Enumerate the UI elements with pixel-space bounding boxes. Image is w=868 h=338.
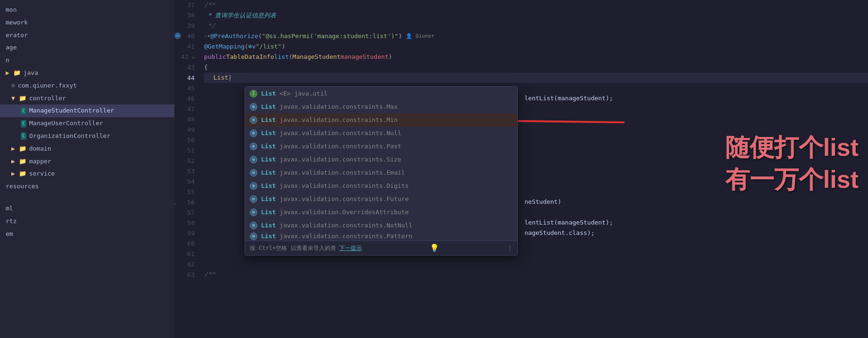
sidebar-item-label: com.qiuner.fxxyt	[18, 81, 77, 91]
sidebar-item-label: resources	[6, 182, 39, 192]
ac-keyword: List	[261, 168, 276, 178]
line-numbers: 37 38 39 40 ⚙ 41 42 ⊕ 43 44 45 46 47 48 …	[174, 0, 200, 338]
class-icon: ⊕	[250, 209, 257, 216]
ac-keyword: List	[261, 194, 276, 204]
sidebar-item-service[interactable]: ▶ 📁 service	[0, 168, 174, 180]
sidebar-item-label: em	[6, 229, 13, 239]
class-icon: ⊕	[250, 103, 257, 111]
sidebar-item-label: OrganizationController	[29, 131, 110, 141]
autocomplete-item-11[interactable]: ⊕ List javax.validation.constraints.Patt…	[245, 232, 517, 241]
sidebar-item-mon[interactable]: mon	[0, 4, 174, 16]
sidebar-item-label: age	[6, 43, 16, 53]
ac-keyword: List	[261, 128, 276, 138]
autocomplete-item-7[interactable]: ⊕ List javax.validation.constraints.Digi…	[245, 179, 517, 193]
chinese-annotation: 随便打个list 有一万个list	[725, 132, 859, 195]
ac-keyword: List	[261, 207, 276, 217]
package-icon: ⊙	[11, 81, 15, 91]
autocomplete-item-2[interactable]: ⊕ List javax.validation.constraints.Min	[245, 113, 517, 127]
class-badge-icon: C	[21, 107, 26, 115]
sidebar-item-manage-student-controller[interactable]: C ManageStudentController	[0, 105, 174, 117]
sidebar-item-label: rtz	[6, 217, 16, 226]
autocomplete-dropdown[interactable]: I List <E> java.util ⊕ List javax.valida…	[245, 86, 518, 256]
sidebar-item-em[interactable]: em	[0, 228, 174, 241]
sidebar-item-label: erator	[6, 31, 28, 40]
sidebar-item-package[interactable]: ⊙ com.qiuner.fxxyt	[0, 80, 174, 92]
autocomplete-item-0[interactable]: I List <E> java.util	[245, 87, 517, 100]
editor-area: 37 38 39 40 ⚙ 41 42 ⊕ 43 44 45 46 47 48 …	[174, 0, 868, 338]
autocomplete-item-9[interactable]: ⊕ List javax.validation.OverridesAttribu…	[245, 206, 517, 219]
code-line-62	[204, 259, 868, 269]
autocomplete-footer: 按 Ctrl+空格 以查看未导入的类 下一提示 💡 ⋮	[245, 241, 517, 255]
sidebar-item-resources[interactable]: resources	[0, 180, 174, 193]
ac-rest: javax.validation.constraints.NotNull	[279, 220, 412, 231]
class-icon: ⊕	[250, 222, 257, 229]
sidebar-item-organization-controller[interactable]: C OrganizationController	[0, 130, 174, 143]
ac-keyword: List	[261, 141, 276, 152]
sidebar-item-controller-folder[interactable]: ▼ 📁 controller	[0, 92, 174, 105]
ac-rest: javax.validation.constraints.Null	[279, 128, 401, 138]
sidebar: mon mework erator age n ▶ 📁 java ⊙ com.q…	[0, 0, 174, 338]
ac-rest: javax.validation.constraints.Future	[279, 194, 409, 204]
class-icon: ⊕	[250, 195, 257, 203]
sidebar-item-java[interactable]: ▶ 📁 java	[0, 67, 174, 80]
sidebar-item-label: service	[29, 169, 55, 179]
sidebar-item-framework[interactable]: mework	[0, 16, 174, 29]
footer-hint: 按 Ctrl+空格 以查看未导入的类 下一提示	[250, 243, 362, 253]
sidebar-item-n[interactable]: n	[0, 54, 174, 67]
ac-keyword: List	[261, 181, 276, 191]
ac-keyword: List	[261, 102, 276, 112]
sidebar-item-rtz[interactable]: rtz	[0, 215, 174, 228]
autocomplete-item-5[interactable]: ⊕ List javax.validation.constraints.Size	[245, 153, 517, 166]
code-line-42: public TableDataInfo list(ManageStudent …	[204, 52, 868, 62]
code-line-41: @GetMapping(⊕v"/list")	[204, 41, 868, 52]
sidebar-item-label: java	[24, 68, 38, 78]
class-icon: ⊕	[250, 182, 257, 190]
code-area[interactable]: /** * 查询学生认证信息列表 */ ☆▾ @PreAuthorize("@s…	[200, 0, 868, 338]
code-line-43: {	[204, 62, 868, 72]
autocomplete-item-8[interactable]: ⊕ List javax.validation.constraints.Futu…	[245, 193, 517, 206]
sidebar-item-label: mapper	[29, 157, 51, 167]
autocomplete-item-6[interactable]: ⊕ List javax.validation.constraints.Emai…	[245, 166, 517, 179]
class-badge-icon: C	[21, 132, 26, 140]
ac-keyword: List	[261, 154, 276, 165]
code-line-63: /**	[204, 269, 868, 280]
ac-keyword: List	[261, 232, 276, 241]
ac-keyword: List	[261, 115, 276, 125]
interface-icon: I	[250, 90, 257, 97]
autocomplete-item-3[interactable]: ⊕ List javax.validation.constraints.Null	[245, 127, 517, 140]
ac-rest: javax.validation.constraints.Digits	[279, 181, 409, 191]
ac-rest: javax.validation.constraints.Email	[279, 168, 405, 178]
sidebar-item-ml[interactable]: ml	[0, 202, 174, 215]
autocomplete-item-1[interactable]: ⊕ List javax.validation.constraints.Max	[245, 100, 517, 113]
sidebar-item-label: ManageStudentController	[29, 106, 114, 116]
ac-rest: <E> java.util	[279, 89, 328, 99]
sidebar-item-erator[interactable]: erator	[0, 29, 174, 42]
sidebar-item-manage-user-controller[interactable]: C ManageUserController	[0, 117, 174, 130]
code-line-38: * 查询学生认证信息列表	[204, 10, 868, 21]
class-icon: ⊕	[250, 129, 257, 137]
sidebar-item-mapper[interactable]: ▶ 📁 mapper	[0, 155, 174, 168]
next-hint-link[interactable]: 下一提示	[339, 245, 362, 251]
more-icon[interactable]: ⋮	[507, 243, 513, 253]
sidebar-item-label: mework	[6, 18, 28, 28]
code-line-39: */	[204, 21, 868, 31]
sidebar-item-label: domain	[29, 144, 51, 154]
autocomplete-item-10[interactable]: ⊕ List javax.validation.constraints.NotN…	[245, 219, 517, 232]
sidebar-item-label: mon	[6, 5, 16, 15]
ac-keyword: List	[261, 89, 276, 99]
class-icon: ⊕	[250, 169, 257, 177]
code-line-37: /**	[204, 0, 868, 10]
sidebar-item-domain[interactable]: ▶ 📁 domain	[0, 143, 174, 155]
ac-rest: javax.validation.constraints.Pattern	[279, 232, 412, 241]
code-line-44[interactable]: List|	[204, 72, 868, 83]
bulb-icon: 💡	[430, 243, 439, 253]
class-badge-icon: C	[21, 120, 26, 128]
ac-rest: javax.validation.constraints.Size	[279, 154, 401, 165]
ac-rest: javax.validation.constraints.Min	[279, 115, 397, 125]
autocomplete-item-4[interactable]: ⊕ List javax.validation.constraints.Past	[245, 140, 517, 153]
folder-icon: ▶ 📁	[11, 144, 26, 154]
sidebar-item-age[interactable]: age	[0, 41, 174, 54]
sidebar-item-label: n	[6, 56, 9, 65]
folder-icon: ▶ 📁	[11, 169, 26, 179]
folder-icon: ▶ 📁	[11, 157, 26, 167]
